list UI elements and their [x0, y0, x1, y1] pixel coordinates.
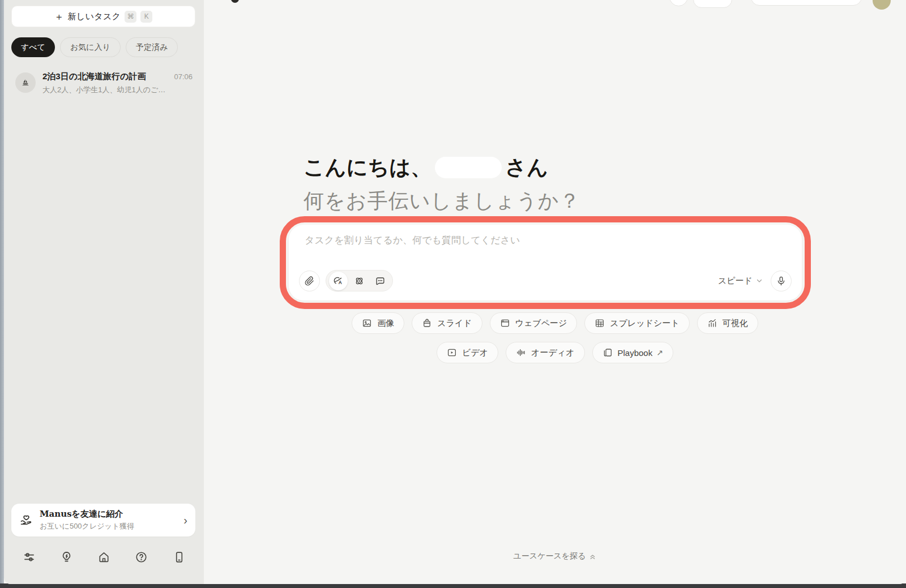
chat-mode-button[interactable]: [371, 272, 390, 290]
sidebar: ＋ 新しいタスク ⌘ K すべて お気に入り 予定済み 2泊3日の北海道旅行の計: [4, 0, 204, 584]
composer-toolbar: A: [299, 270, 792, 291]
filter-scheduled[interactable]: 予定済み: [126, 37, 178, 57]
webpage-icon: [500, 318, 510, 328]
home-icon[interactable]: [97, 550, 112, 564]
playbook-icon: [602, 347, 613, 358]
app-window: ＋ 新しいタスク ⌘ K すべて お気に入り 予定済み 2泊3日の北海道旅行の計: [4, 0, 906, 584]
referral-subtitle: お互いに500クレジット獲得: [40, 521, 177, 531]
user-avatar[interactable]: [873, 0, 891, 10]
plus-icon: ＋: [54, 10, 64, 23]
chip-label: オーディオ: [531, 347, 574, 358]
chip-label: 画像: [377, 318, 394, 329]
mode-selector: A: [326, 270, 393, 291]
cutoff-circle-button[interactable]: [669, 0, 688, 6]
kbd-command: ⌘: [125, 11, 136, 23]
chip-image[interactable]: 画像: [352, 312, 404, 334]
explore-row: ユースケースを探る: [204, 551, 906, 561]
new-task-button[interactable]: ＋ 新しいタスク ⌘ K: [11, 6, 195, 27]
paperclip-icon: [304, 276, 315, 286]
microphone-icon: [776, 276, 787, 286]
chip-label: ウェブページ: [515, 318, 567, 329]
composer-input[interactable]: [305, 234, 786, 264]
chip-label: ビデオ: [462, 347, 488, 358]
referral-text: Manusを友達に紹介 お互いに500クレジット獲得: [40, 509, 177, 531]
redacted-username: [435, 157, 502, 178]
kbd-k: K: [140, 11, 152, 23]
cutoff-wide-button[interactable]: [751, 0, 862, 6]
chip-visualization[interactable]: 可視化: [697, 312, 758, 334]
svg-text:A: A: [339, 280, 342, 285]
cutoff-logo-icon: [231, 0, 239, 3]
settings-sliders-icon[interactable]: [22, 550, 36, 564]
main-area: こんにちは、 さん 何をお手伝いしましょうか？: [204, 0, 906, 584]
referral-card[interactable]: Manusを友達に紹介 お互いに500クレジット獲得 ›: [11, 504, 195, 537]
external-link-icon: ↗: [656, 348, 663, 357]
greeting: こんにちは、 さん 何をお手伝いしましょうか？: [304, 153, 580, 215]
chip-label: Playbook: [618, 348, 653, 358]
suggestion-chips-row1: 画像 スライド ウェブページ: [204, 312, 906, 334]
chip-spreadsheet[interactable]: スプレッドシート: [584, 312, 689, 334]
sailboat-icon: [15, 72, 36, 93]
agent-mode-button[interactable]: [350, 272, 369, 290]
chip-label: スライド: [437, 318, 472, 329]
task-title: 2泊3日の北海道旅行の計画: [42, 71, 169, 82]
filter-all[interactable]: すべて: [11, 37, 55, 57]
task-subtitle: 大人2人、小学生1人、幼児1人のご…: [42, 85, 193, 95]
chip-label: スプレッドシート: [610, 318, 679, 329]
greeting-suffix: さん: [505, 153, 548, 182]
chat-mode-icon: [375, 276, 386, 286]
explore-label: ユースケースを探る: [514, 551, 586, 561]
greeting-prefix: こんにちは、: [304, 153, 431, 182]
attach-button[interactable]: [299, 271, 320, 291]
chip-audio[interactable]: オーディオ: [506, 342, 584, 363]
sidebar-footer: [11, 546, 196, 568]
composer: A: [289, 225, 802, 301]
agent-mode-icon: [354, 276, 365, 286]
adaptive-mode-icon: A: [333, 276, 344, 286]
suggestion-chips-row2: ビデオ オーディオ Playbook ↗: [204, 342, 906, 363]
spreadsheet-icon: [595, 318, 605, 328]
lightbulb-flash-icon[interactable]: [59, 550, 74, 564]
explore-use-cases-button[interactable]: ユースケースを探る: [514, 551, 597, 561]
filter-favorites[interactable]: お気に入り: [60, 37, 121, 57]
chevrons-up-icon: [589, 553, 596, 560]
mobile-icon[interactable]: [172, 550, 186, 564]
greeting-line2: 何をお手伝いしましょうか？: [304, 187, 580, 215]
desktop-edge-left: [0, 0, 4, 588]
visualization-icon: [707, 318, 717, 328]
hand-heart-icon: [19, 513, 33, 527]
chevron-down-icon: [756, 277, 763, 284]
task-list-item[interactable]: 2泊3日の北海道旅行の計画 07:06 大人2人、小学生1人、幼児1人のご…: [8, 67, 199, 100]
video-icon: [447, 347, 457, 358]
referral-title: Manusを友達に紹介: [40, 509, 177, 520]
task-filters: すべて お気に入り 予定済み: [11, 37, 178, 57]
chip-slides[interactable]: スライド: [412, 312, 482, 334]
speed-label: スピード: [718, 276, 753, 286]
task-time: 07:06: [174, 72, 193, 81]
chip-webpage[interactable]: ウェブページ: [490, 312, 578, 334]
cutoff-pill-button[interactable]: [693, 0, 732, 8]
greeting-line1: こんにちは、 さん: [304, 153, 580, 182]
help-circle-icon[interactable]: [134, 550, 149, 564]
slides-icon: [422, 318, 432, 328]
chip-video[interactable]: ビデオ: [437, 342, 498, 363]
desktop-edge-bottom: [0, 583, 906, 588]
voice-button[interactable]: [771, 271, 792, 291]
speed-selector[interactable]: スピード: [718, 276, 763, 286]
new-task-label: 新しいタスク: [68, 11, 121, 22]
audio-icon: [516, 347, 526, 358]
adaptive-mode-button[interactable]: A: [329, 272, 348, 290]
image-icon: [362, 318, 372, 328]
chip-playbook[interactable]: Playbook ↗: [592, 342, 673, 363]
task-body: 2泊3日の北海道旅行の計画 07:06 大人2人、小学生1人、幼児1人のご…: [42, 71, 193, 95]
chevron-right-icon: ›: [183, 514, 187, 526]
chip-label: 可視化: [723, 318, 748, 329]
